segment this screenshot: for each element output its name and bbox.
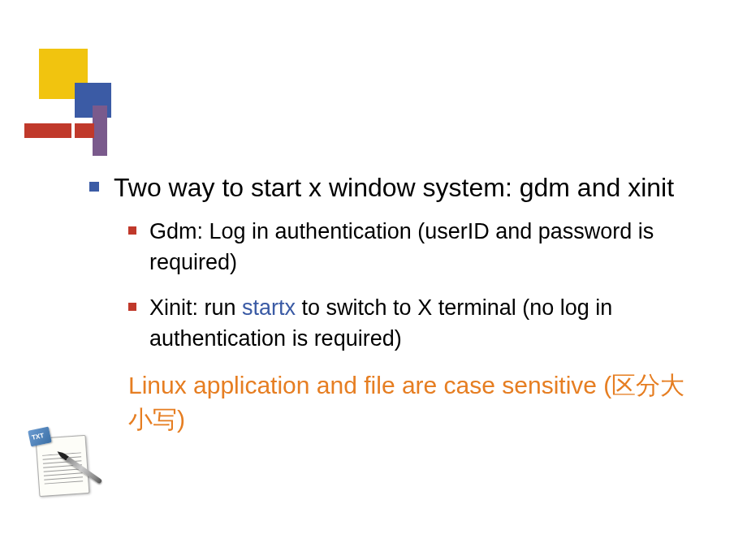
note-text: Linux application and file are case sens… (128, 368, 698, 437)
bullet-marker-l1 (89, 182, 99, 192)
sub2-pre: Xinit: run (149, 295, 242, 320)
sub-item-1: Gdm: Log in authentication (userID and p… (128, 217, 698, 278)
slide-content: Two way to start x window system: gdm an… (89, 170, 698, 437)
slide-decoration (24, 49, 122, 154)
bullet-marker-l2 (128, 226, 136, 235)
note-document-icon: TXT (26, 430, 99, 503)
bullet-marker-l2 (128, 303, 136, 311)
sub-item-2: Xinit: run startx to switch to X termina… (128, 293, 698, 355)
bullet-item-1: Two way to start x window system: gdm an… (89, 170, 698, 205)
deco-red-2 (75, 123, 94, 138)
sub-list: Gdm: Log in authentication (userID and p… (128, 217, 698, 354)
sub2-highlight: startx (242, 295, 296, 320)
bullet-text-1: Two way to start x window system: gdm an… (114, 170, 674, 205)
paper-tab-label: TXT (28, 427, 51, 446)
sub-text-2: Xinit: run startx to switch to X termina… (149, 293, 698, 355)
deco-red-1 (24, 123, 71, 138)
sub-text-1: Gdm: Log in authentication (userID and p… (149, 217, 698, 278)
deco-purple (93, 106, 107, 156)
